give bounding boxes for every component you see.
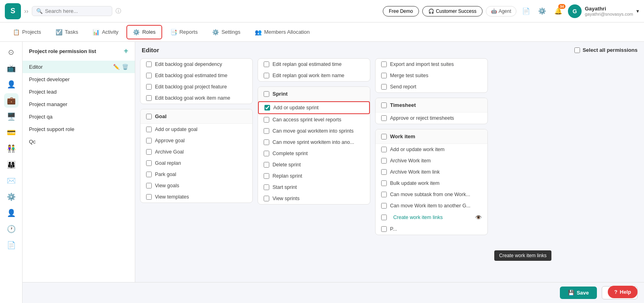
checkbox-edit-backlog-dependency[interactable] (146, 61, 152, 67)
checkbox-archive-work-item-link[interactable] (381, 169, 387, 175)
checkbox-view-templates[interactable] (146, 194, 152, 200)
sidebar-gear-icon[interactable]: ⚙️ (4, 190, 19, 204)
select-all-checkbox[interactable] (574, 47, 580, 53)
sidebar-clock-icon[interactable]: 🕐 (4, 222, 19, 236)
checkbox-complete-sprint[interactable] (264, 151, 269, 156)
perm-export-import-test-suites: Export and import test suites (376, 59, 487, 70)
checkbox-add-update-sprint[interactable] (264, 105, 270, 111)
sidebar-monitor-icon[interactable]: 🖥️ (4, 109, 19, 124)
subnav-tasks[interactable]: ☑️ Tasks (49, 25, 85, 39)
edit-role-editor[interactable]: ✏️ (113, 64, 120, 70)
role-item-project-lead[interactable]: Project lead ✏️ 🗑️ (23, 86, 135, 98)
timesheet-section-checkbox[interactable] (381, 102, 387, 108)
agent-button[interactable]: 🤖 Agent (486, 6, 516, 16)
checkbox-archive-goal[interactable] (146, 149, 152, 155)
edit-role-project-lead[interactable]: ✏️ (113, 89, 120, 95)
role-item-qc[interactable]: Qc ✏️ 🗑️ (23, 135, 135, 148)
delete-role-project-developer[interactable]: 🗑️ (122, 76, 128, 82)
subnav-reports[interactable]: 📑 Reports (164, 25, 204, 39)
sidebar-user-icon[interactable]: 👤 (4, 77, 19, 92)
role-item-project-support[interactable]: Project support role ✏️ 🗑️ (23, 123, 135, 135)
edit-role-project-qa[interactable]: ✏️ (113, 114, 120, 120)
checkbox-approve-goal[interactable] (146, 138, 152, 143)
subnav-projects[interactable]: 📋 Projects (6, 25, 47, 39)
collapse-icon[interactable]: ›› (24, 8, 29, 15)
checkbox-p-item[interactable] (381, 226, 387, 232)
goal-section-checkbox[interactable] (146, 114, 152, 119)
sidebar-group-icon[interactable]: 👨‍👩‍👧 (4, 158, 19, 172)
perm-add-update-goal: Add or update goal (140, 124, 252, 135)
add-role-button[interactable]: + (124, 47, 128, 56)
search-input[interactable] (45, 8, 101, 14)
role-item-project-qa[interactable]: Project qa ✏️ 🗑️ (23, 111, 135, 123)
checkbox-approve-timesheets[interactable] (381, 115, 387, 121)
checkbox-export-import-test[interactable] (381, 61, 387, 67)
perm-create-work-item-links[interactable]: Create work item links 👁️ (376, 211, 487, 223)
checkbox-view-goals[interactable] (146, 183, 152, 188)
eye-icon[interactable]: 👁️ (475, 214, 482, 221)
checkbox-send-report[interactable] (381, 84, 387, 90)
checkbox-merge-test-suites[interactable] (381, 73, 387, 78)
checkbox-edit-backlog-feature[interactable] (146, 84, 152, 90)
document-icon-button[interactable]: 📄 (520, 5, 533, 18)
subnav-members-allocation[interactable]: 👥 Members Allocation (248, 25, 316, 39)
sidebar-home-icon[interactable]: ⊙ (4, 45, 19, 59)
role-item-project-developer[interactable]: Project developer ✏️ 🗑️ (23, 73, 135, 86)
sidebar-email-icon[interactable]: ✉️ (4, 174, 19, 188)
settings-icon-button[interactable]: ⚙️ (536, 5, 549, 18)
checkbox-move-subtask[interactable] (381, 192, 387, 197)
sidebar-file-icon[interactable]: 📄 (4, 238, 19, 252)
sidebar-tv-icon[interactable]: 📺 (4, 61, 19, 76)
edit-role-project-developer[interactable]: ✏️ (113, 76, 120, 82)
checkbox-move-work-item-another[interactable] (381, 203, 387, 209)
notification-bell-button[interactable]: 🔔 34 (552, 5, 565, 18)
subnav-activity[interactable]: 📊 Activity (86, 25, 125, 39)
checkbox-bulk-update-work-item[interactable] (381, 180, 387, 186)
work-item-section-checkbox[interactable] (381, 134, 387, 139)
delete-role-project-manager[interactable]: 🗑️ (122, 101, 128, 107)
delete-role-qc[interactable]: 🗑️ (122, 139, 128, 145)
role-item-project-manager[interactable]: Project manager ✏️ 🗑️ (23, 98, 135, 111)
checkbox-replan-sprint[interactable] (264, 173, 269, 179)
checkbox-archive-work-item[interactable] (381, 158, 387, 164)
checkbox-view-sprints[interactable] (264, 196, 269, 201)
checkbox-move-goal-workitem[interactable] (264, 128, 269, 134)
delete-role-project-lead[interactable]: 🗑️ (122, 89, 128, 95)
checkbox-add-update-work-item[interactable] (381, 147, 387, 152)
sidebar-card-icon[interactable]: 💳 (4, 125, 19, 140)
info-icon[interactable]: ⓘ (116, 8, 121, 15)
checkbox-edit-replan-work-item[interactable] (264, 73, 269, 78)
customer-success-button[interactable]: 🎧 Customer Success (422, 6, 483, 16)
delete-role-project-qa[interactable]: 🗑️ (122, 114, 128, 120)
free-demo-button[interactable]: Free Demo (383, 6, 419, 16)
select-all-label[interactable]: Select all permissions (574, 47, 638, 53)
checkbox-edit-replan-estimated[interactable] (264, 61, 269, 67)
role-item-editor[interactable]: Editor ✏️ 🗑️ (23, 61, 135, 73)
user-profile[interactable]: G Gayathri gayathri@snovasys.com ▾ (568, 4, 639, 18)
edit-role-project-manager[interactable]: ✏️ (113, 101, 120, 107)
app-logo[interactable]: S (5, 3, 21, 19)
checkbox-add-update-goal[interactable] (146, 127, 152, 132)
checkbox-park-goal[interactable] (146, 172, 152, 177)
save-button[interactable]: 💾 Save (560, 287, 597, 299)
edit-role-qc[interactable]: ✏️ (113, 139, 120, 145)
sprint-section-checkbox[interactable] (264, 91, 269, 97)
help-button[interactable]: ? Help (608, 286, 638, 298)
subnav-roles[interactable]: ⚙️ Roles (126, 25, 162, 39)
checkbox-goal-replan[interactable] (146, 160, 152, 166)
delete-role-editor[interactable]: 🗑️ (122, 64, 128, 70)
delete-role-project-support[interactable]: 🗑️ (122, 126, 128, 132)
subnav-settings[interactable]: ⚙️ Settings (206, 25, 247, 39)
checkbox-edit-backlog-work-item[interactable] (146, 95, 152, 101)
sidebar-briefcase-icon[interactable]: 💼 (4, 93, 19, 108)
perm-archive-work-item-link: Archive Work item link (376, 166, 487, 178)
checkbox-access-sprint-reports[interactable] (264, 117, 269, 123)
checkbox-delete-sprint[interactable] (264, 162, 269, 168)
checkbox-start-sprint[interactable] (264, 184, 269, 190)
checkbox-create-work-item-links[interactable] (381, 215, 387, 220)
checkbox-edit-backlog-estimated[interactable] (146, 73, 152, 78)
edit-role-project-support[interactable]: ✏️ (113, 126, 120, 132)
sidebar-person-settings-icon[interactable]: 👤 (4, 206, 19, 220)
checkbox-move-sprint-workitem[interactable] (264, 139, 269, 145)
sidebar-people-icon[interactable]: 👫 (4, 141, 19, 156)
